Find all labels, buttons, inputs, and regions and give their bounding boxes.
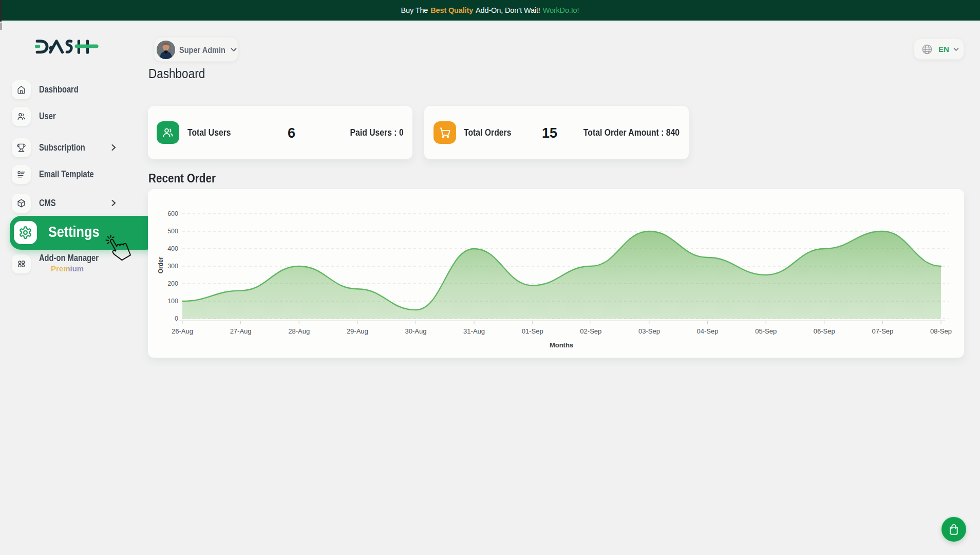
svg-text:27-Aug: 27-Aug bbox=[230, 327, 252, 335]
svg-text:26-Aug: 26-Aug bbox=[172, 327, 193, 335]
svg-text:Order: Order bbox=[157, 256, 164, 273]
svg-text:03-Sep: 03-Sep bbox=[638, 327, 660, 335]
svg-text:31-Aug: 31-Aug bbox=[463, 327, 485, 335]
svg-text:04-Sep: 04-Sep bbox=[697, 327, 719, 335]
svg-text:02-Sep: 02-Sep bbox=[580, 327, 601, 335]
svg-text:Months: Months bbox=[550, 341, 573, 349]
svg-text:05-Sep: 05-Sep bbox=[755, 327, 777, 335]
svg-text:0: 0 bbox=[175, 315, 178, 322]
svg-text:600: 600 bbox=[167, 210, 178, 217]
svg-text:28-Aug: 28-Aug bbox=[288, 327, 310, 335]
svg-text:06-Sep: 06-Sep bbox=[814, 327, 835, 335]
svg-text:29-Aug: 29-Aug bbox=[347, 327, 368, 335]
svg-text:200: 200 bbox=[167, 280, 178, 287]
svg-text:400: 400 bbox=[167, 245, 178, 252]
svg-text:30-Aug: 30-Aug bbox=[405, 327, 426, 335]
svg-text:300: 300 bbox=[167, 263, 178, 270]
svg-text:08-Sep: 08-Sep bbox=[930, 327, 952, 335]
svg-text:01-Sep: 01-Sep bbox=[522, 327, 543, 335]
svg-text:100: 100 bbox=[167, 298, 178, 305]
svg-text:500: 500 bbox=[167, 228, 178, 235]
svg-text:07-Sep: 07-Sep bbox=[872, 327, 893, 335]
